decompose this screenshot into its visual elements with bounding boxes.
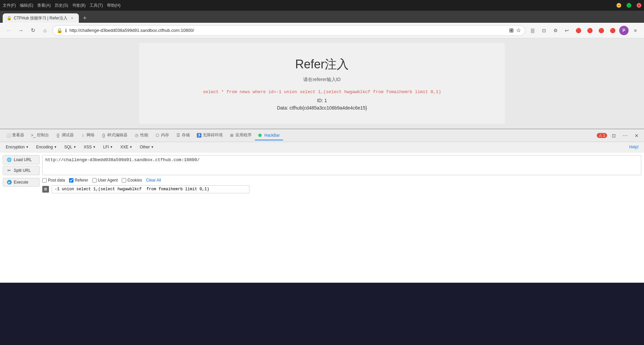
cookies-checkbox-item[interactable]: Cookies bbox=[122, 178, 142, 183]
menu-tools[interactable]: 工具(T) bbox=[90, 3, 103, 8]
bookmarks-sidebar-button[interactable]: ||| bbox=[528, 26, 537, 35]
devtools-close-button[interactable]: ✕ bbox=[632, 131, 641, 140]
devtools-right-actions: ⚠ 1 ⊡ ⋯ ✕ bbox=[597, 131, 641, 140]
network-tab-label: 网络 bbox=[87, 132, 95, 138]
tab-close-button[interactable]: × bbox=[69, 15, 75, 21]
user-agent-label: User Agent bbox=[98, 178, 118, 183]
devtools-tab-style-editor[interactable]: {} 样式编辑器 bbox=[98, 130, 131, 141]
devtools-tab-network[interactable]: ↕ 网络 bbox=[77, 130, 98, 141]
help-button[interactable]: Help! bbox=[627, 144, 641, 150]
page-subtitle: 请在referer输入ID bbox=[153, 77, 491, 83]
devtools-tab-debugger[interactable]: {} 调试器 bbox=[52, 130, 77, 141]
r-badge: R bbox=[42, 186, 49, 193]
performance-icon: ◷ bbox=[134, 133, 139, 138]
debugger-tab-label: 调试器 bbox=[62, 132, 74, 138]
execute-button[interactable]: ▶ Execute bbox=[3, 178, 40, 187]
xss-menu-button[interactable]: XSS ▼ bbox=[81, 143, 99, 151]
user-agent-checkbox[interactable] bbox=[92, 178, 97, 183]
url-textarea[interactable]: http://challenge-d3bedd038a599d91.sandbo… bbox=[42, 155, 641, 175]
menu-file[interactable]: 文件(F) bbox=[3, 3, 16, 8]
profile-button[interactable]: P bbox=[619, 26, 629, 35]
menu-history[interactable]: 历史(S) bbox=[55, 3, 68, 8]
addon1-button[interactable]: 🔴 bbox=[585, 26, 594, 35]
error-badge: ⚠ 1 bbox=[597, 133, 607, 138]
referer-input[interactable] bbox=[52, 185, 250, 193]
refresh-button[interactable]: ↻ bbox=[28, 26, 38, 35]
encryption-label: Encryption bbox=[6, 145, 25, 149]
window-close-button[interactable]: × bbox=[637, 3, 641, 8]
security-icon: 🔒 bbox=[57, 28, 62, 33]
devtools-tab-memory[interactable]: ⬡ 内存 bbox=[152, 130, 172, 141]
home-button[interactable]: ⌂ bbox=[40, 26, 50, 35]
back-forward-button[interactable]: ↩ bbox=[562, 26, 572, 35]
devtools-panel: ⬜ 查看器 >_ 控制台 {} 调试器 ↕ 网络 {} 样式编辑器 ◷ 性能 ⬡… bbox=[0, 129, 644, 283]
back-button[interactable]: ← bbox=[4, 26, 13, 35]
qr-icon[interactable]: ⊞ bbox=[509, 27, 514, 33]
window-minimize-button[interactable]: ─ bbox=[616, 3, 621, 8]
menu-view[interactable]: 查看(A) bbox=[37, 3, 51, 8]
addon2-button[interactable]: 🔴 bbox=[596, 26, 606, 35]
clear-all-button[interactable]: Clear All bbox=[146, 178, 161, 183]
title-bar-right: ─ □ × bbox=[616, 3, 641, 8]
extensions-button[interactable]: ⚙ bbox=[551, 26, 560, 35]
post-data-checkbox-item[interactable]: Post data bbox=[42, 178, 65, 183]
xss-label: XSS bbox=[84, 145, 92, 149]
encoding-dropdown-arrow-icon: ▼ bbox=[54, 145, 57, 149]
window-maximize-button[interactable]: □ bbox=[627, 3, 631, 8]
load-url-button[interactable]: 🌐 Load URL bbox=[3, 155, 40, 164]
xxe-dropdown-arrow-icon: ▼ bbox=[129, 145, 132, 149]
xxe-menu-button[interactable]: XXE ▼ bbox=[117, 143, 136, 151]
load-url-icon: 🌐 bbox=[6, 157, 12, 162]
post-data-checkbox[interactable] bbox=[42, 178, 47, 183]
new-tab-button[interactable]: + bbox=[80, 13, 90, 23]
hackbar-checkboxes: Post data Referer User Agent Cookies C bbox=[42, 178, 641, 183]
performance-tab-label: 性能 bbox=[140, 132, 148, 138]
forward-button[interactable]: → bbox=[16, 26, 25, 35]
devtools-tab-application[interactable]: ⊞ 应用程序 bbox=[226, 130, 255, 141]
devtools-tab-console[interactable]: >_ 控制台 bbox=[28, 130, 52, 141]
url-bar[interactable]: 🔒 ℹ ⊞ ☆ bbox=[52, 25, 525, 36]
pocket-button[interactable]: 🔴 bbox=[574, 26, 583, 35]
addon3-button[interactable]: 🔴 bbox=[608, 26, 617, 35]
devtools-tab-storage[interactable]: ☰ 存储 bbox=[172, 130, 193, 141]
devtools-overflow-button[interactable]: ⋯ bbox=[621, 131, 630, 140]
hackbar-tab-label: HackBar bbox=[264, 133, 280, 138]
split-url-button[interactable]: ✂ Split URL bbox=[3, 166, 40, 175]
referer-checkbox-item[interactable]: Referer bbox=[69, 178, 88, 183]
encryption-menu-button[interactable]: Encryption ▼ bbox=[3, 143, 32, 151]
accessibility-tab-label: 无障碍环境 bbox=[203, 132, 223, 138]
encoding-menu-button[interactable]: Encoding ▼ bbox=[33, 143, 60, 151]
referer-label: Referer bbox=[75, 178, 88, 183]
browser-tab-active[interactable]: 🔒 CTFHub 技能学习 | Refer注入 × bbox=[3, 13, 79, 23]
style-editor-icon: {} bbox=[101, 133, 106, 138]
hackbar-body: 🌐 Load URL ✂ Split URL ▶ Execute http://… bbox=[0, 152, 644, 283]
page-title: Refer注入 bbox=[153, 56, 491, 73]
synced-tabs-button[interactable]: ⊡ bbox=[539, 26, 549, 35]
user-agent-checkbox-item[interactable]: User Agent bbox=[92, 178, 118, 183]
site-info-icon: ℹ bbox=[65, 28, 67, 33]
sql-menu-button[interactable]: SQL ▼ bbox=[61, 143, 79, 151]
devtools-responsive-button[interactable]: ⊡ bbox=[609, 131, 619, 140]
page-id-display: ID: 1 bbox=[153, 98, 491, 103]
encoding-label: Encoding bbox=[36, 145, 53, 149]
devtools-tab-accessibility[interactable]: ♿ 无障碍环境 bbox=[193, 130, 226, 141]
menu-help[interactable]: 帮助(H) bbox=[107, 3, 121, 8]
application-tab-label: 应用程序 bbox=[235, 132, 252, 138]
hackbar-main: http://challenge-d3bedd038a599d91.sandbo… bbox=[42, 155, 641, 280]
overflow-menu-button[interactable]: ≡ bbox=[631, 26, 640, 35]
cookies-checkbox[interactable] bbox=[122, 178, 126, 183]
menu-edit[interactable]: 编辑(E) bbox=[20, 3, 33, 8]
devtools-tab-hackbar[interactable]: HackBar bbox=[255, 131, 283, 140]
devtools-tab-inspector[interactable]: ⬜ 查看器 bbox=[3, 130, 28, 141]
tab-favicon: 🔒 bbox=[7, 16, 12, 20]
storage-tab-label: 存储 bbox=[182, 132, 190, 138]
referer-checkbox[interactable] bbox=[69, 178, 73, 183]
debugger-icon: {} bbox=[56, 133, 60, 138]
url-input[interactable] bbox=[69, 28, 506, 33]
menu-bar: 文件(F) 编辑(E) 查看(A) 历史(S) 书签(B) 工具(T) 帮助(H… bbox=[3, 3, 120, 8]
menu-bookmarks[interactable]: 书签(B) bbox=[72, 3, 86, 8]
bookmark-icon[interactable]: ☆ bbox=[516, 27, 521, 33]
devtools-tab-performance[interactable]: ◷ 性能 bbox=[131, 130, 152, 141]
lfi-menu-button[interactable]: LFI ▼ bbox=[100, 143, 116, 151]
other-menu-button[interactable]: Other ▼ bbox=[137, 143, 157, 151]
